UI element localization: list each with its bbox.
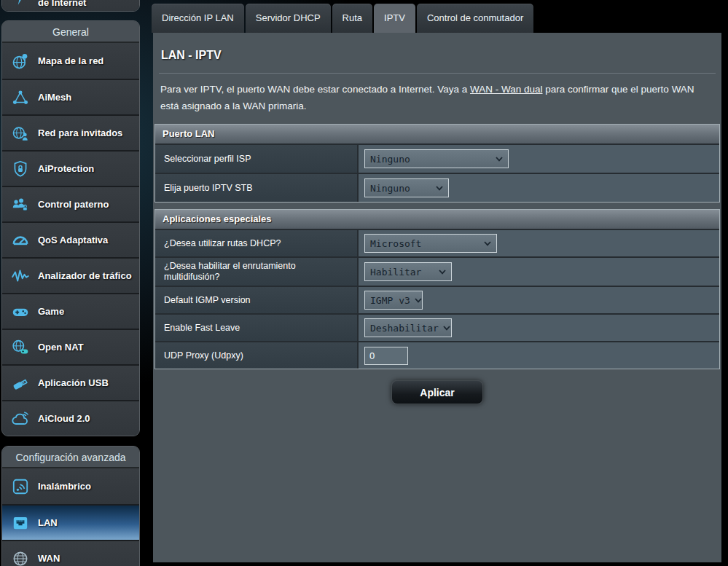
wan-dual-link[interactable]: WAN - Wan dual (470, 84, 543, 95)
sidebar-item-wan[interactable]: WAN (2, 540, 139, 566)
sidebar-item-control-paterno[interactable]: Control paterno (2, 186, 139, 221)
gamepad-icon (9, 302, 32, 322)
cloud-icon (9, 409, 32, 429)
dhcp-routes-value: Microsoft (370, 238, 421, 249)
tab-direccion-ip-lan[interactable]: Dirección IP LAN (152, 4, 244, 33)
dhcp-routes-select[interactable]: Microsoft (364, 234, 497, 253)
traffic-analyzer-icon (9, 266, 32, 286)
puerto-lan-header: Puerto LAN (155, 125, 719, 144)
sidebar-item-mapa-de-la-red[interactable]: Mapa de la red (2, 43, 139, 79)
shield-lock-icon (9, 159, 32, 179)
gauge-icon (9, 230, 32, 251)
section-header-general: General (2, 21, 139, 43)
sidebar-item-inalambrico[interactable]: Inalámbrico (2, 468, 139, 504)
chevron-down-icon (443, 326, 450, 331)
sidebar-item-label: Game (38, 306, 64, 317)
network-map-icon (9, 51, 32, 71)
table-row: Enable Fast Leave Deshabilitar (155, 313, 719, 341)
sidebar-item-aicloud[interactable]: AiCloud 2.0 (2, 400, 139, 436)
tab-control-de-conmutador[interactable]: Control de conmutador (417, 4, 533, 33)
sidebar-item-qos-adaptativa[interactable]: QoS Adaptativa (2, 221, 139, 257)
guest-network-icon (9, 123, 32, 144)
sidebar-item-label: QoS Adaptativa (38, 235, 108, 245)
udp-proxy-input[interactable] (364, 347, 408, 365)
sidebar-item-aplicacion-usb[interactable]: Aplicación USB (2, 364, 139, 400)
sidebar-item-aiprotection[interactable]: AiProtection (2, 150, 139, 186)
iptv-stb-port-select[interactable]: Ninguno (364, 178, 449, 197)
section-header-avanzada: Configuración avanzada (2, 447, 139, 468)
sidebar-item-label: Inalámbrico (38, 481, 91, 492)
aplicaciones-header: Aplicaciones especiales (155, 210, 719, 229)
table-row: ¿Desea habilitar el enrutamiento multidi… (155, 256, 719, 286)
sidebar-item-analizador-de-trafico[interactable]: Analizador de tráfico (2, 257, 139, 293)
quick-setup-box: Configuración rápida de Internet (1, 0, 140, 12)
open-nat-icon (9, 337, 32, 358)
chevron-down-icon (415, 298, 422, 303)
field-control (359, 342, 719, 369)
multicast-routing-select[interactable]: Habilitar (364, 262, 452, 281)
sidebar-item-red-para-invitados[interactable]: Red para invitados (2, 114, 139, 150)
content-panel: LAN - IPTV Para ver IPTV, el puerto WAN … (153, 33, 721, 562)
field-control: Microsoft (359, 230, 719, 256)
fast-leave-select[interactable]: Deshabilitar (364, 318, 452, 337)
usb-icon (9, 373, 32, 393)
sidebar-item-lan[interactable]: LAN (2, 504, 139, 540)
aimesh-icon (9, 87, 32, 108)
field-label: UDP Proxy (Udpxy) (155, 342, 359, 369)
field-label: ¿Desea habilitar el enrutamiento multidi… (155, 258, 359, 286)
tab-servidor-dhcp[interactable]: Servidor DHCP (246, 4, 331, 33)
iptv-stb-port-value: Ninguno (370, 183, 410, 194)
field-control: Habilitar (359, 258, 719, 286)
isp-profile-select[interactable]: Ninguno (364, 149, 509, 168)
sidebar-item-label: AiCloud 2.0 (38, 413, 90, 424)
wan-globe-icon (9, 549, 32, 566)
fast-leave-value: Deshabilitar (370, 323, 439, 334)
field-label: ¿Desea utilizar rutas DHCP? (155, 230, 359, 256)
sidebar-item-label: Configuración rápida de Internet (38, 0, 138, 8)
sidebar: Configuración rápida de Internet General… (0, 0, 141, 566)
table-row: Elija puerto IPTV STB Ninguno (155, 173, 719, 202)
lan-port-icon (9, 513, 32, 533)
general-section-box: General Mapa de la red (1, 20, 140, 436)
page-title: LAN - IPTV (161, 49, 721, 62)
field-control: Ninguno (359, 174, 719, 202)
sidebar-item-label: Aplicación USB (38, 377, 109, 388)
sidebar-item-label: AiProtection (38, 163, 94, 174)
field-control: Deshabilitar (359, 315, 719, 341)
sidebar-item-label: Red para invitados (38, 127, 122, 138)
title-separator (159, 73, 716, 74)
igmp-version-select[interactable]: IGMP v3 (364, 291, 423, 310)
sidebar-item-label: AiMesh (38, 92, 71, 103)
sidebar-item-game[interactable]: Game (2, 293, 139, 329)
tab-ruta[interactable]: Ruta (332, 4, 372, 33)
quick-setup-icon (9, 0, 32, 7)
chevron-down-icon (439, 270, 446, 275)
multicast-routing-value: Habilitar (370, 267, 421, 278)
sidebar-item-label: WAN (38, 553, 60, 564)
lan-tabs: Dirección IP LAN Servidor DHCP Ruta IPTV… (152, 4, 533, 33)
chevron-down-icon (436, 186, 443, 191)
sidebar-item-label: Mapa de la red (38, 55, 103, 66)
aplicaciones-especiales-table: Aplicaciones especiales ¿Desea utilizar … (154, 209, 720, 369)
puerto-lan-table: Puerto LAN Seleccionar perfil ISP Ningun… (154, 124, 720, 203)
sidebar-item-quick-setup[interactable]: Configuración rápida de Internet (2, 0, 139, 12)
table-row: UDP Proxy (Udpxy) (155, 341, 719, 369)
isp-profile-value: Ninguno (370, 154, 410, 165)
parental-control-icon (9, 194, 32, 215)
sidebar-item-label: Analizador de tráfico (38, 270, 132, 281)
field-label: Default IGMP version (155, 287, 359, 313)
apply-button[interactable]: Aplicar (391, 380, 483, 404)
sidebar-item-aimesh[interactable]: AiMesh (2, 79, 139, 114)
sidebar-item-label: Control paterno (38, 199, 109, 210)
page-description: Para ver IPTV, el puerto WAN debe estar … (160, 81, 714, 114)
sidebar-item-open-nat[interactable]: Open NAT (2, 329, 139, 364)
sidebar-item-label: LAN (38, 517, 58, 528)
tab-iptv[interactable]: IPTV (374, 4, 415, 33)
field-label: Seleccionar perfil ISP (155, 145, 359, 173)
table-row: Default IGMP version IGMP v3 (155, 286, 719, 313)
chevron-down-icon (496, 157, 503, 162)
chevron-down-icon (484, 241, 491, 246)
field-control: Ninguno (359, 145, 719, 173)
description-text-before: Para ver IPTV, el puerto WAN debe estar … (160, 84, 470, 95)
advanced-section-box: Configuración avanzada Inalámbrico (1, 446, 140, 566)
